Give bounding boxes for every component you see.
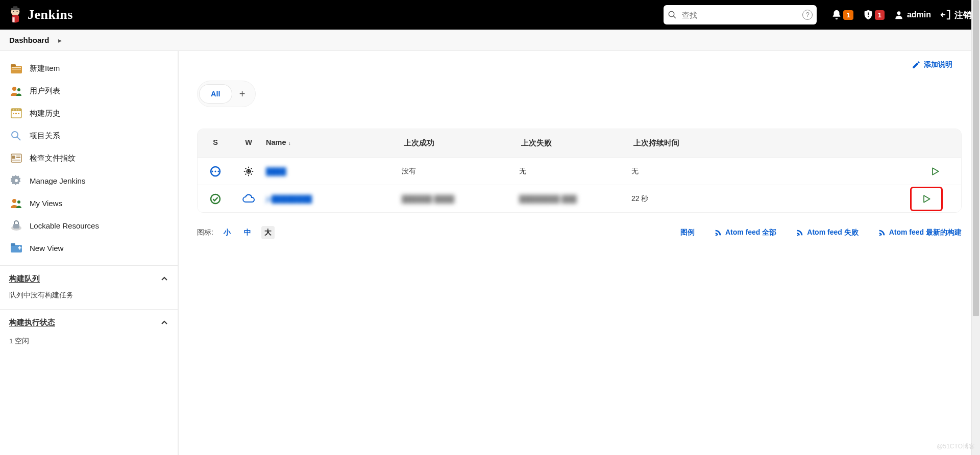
sidebar-item-label: 用户列表 — [30, 86, 60, 96]
cell-last-failure: ████████ ███ — [519, 195, 577, 203]
notifications-button[interactable]: 1 — [831, 9, 853, 20]
svg-point-40 — [211, 170, 213, 172]
svg-rect-29 — [16, 157, 20, 158]
search-relations-icon — [10, 130, 22, 142]
people-icon — [10, 85, 22, 97]
security-alerts-button[interactable]: 1 — [863, 9, 885, 20]
table-footer: 图标: 小 中 大 图例 Atom feed 全部 Atom feed 失败 A… — [197, 226, 962, 239]
job-name-link[interactable]: ████ — [266, 167, 286, 175]
sidebar-item-fingerprint[interactable]: 检查文件指纹 — [4, 147, 174, 169]
sort-down-icon: ↓ — [288, 140, 291, 146]
sidebar-item-my-views[interactable]: My Views — [4, 192, 174, 214]
svg-marker-53 — [933, 168, 939, 174]
breadcrumb-root[interactable]: Dashboard — [9, 36, 49, 44]
sidebar-item-lockable[interactable]: Lockable Resources — [4, 214, 174, 237]
sidebar-item-new-item[interactable]: 新建Item — [4, 57, 174, 80]
col-header-last-failure[interactable]: 上次失败 — [519, 129, 631, 157]
schedule-build-button[interactable] — [919, 191, 934, 207]
col-header-name[interactable]: Name↓ — [264, 129, 402, 157]
chevron-up-icon — [160, 275, 168, 283]
svg-point-42 — [217, 170, 219, 172]
sidebar-item-manage[interactable]: Manage Jenkins — [4, 169, 174, 192]
svg-rect-21 — [13, 113, 14, 114]
tab-add-button[interactable]: + — [232, 83, 253, 105]
svg-point-19 — [16, 110, 17, 111]
feed-all[interactable]: Atom feed 全部 — [714, 228, 776, 237]
cell-last-success: 没有 — [402, 167, 519, 176]
svg-line-6 — [674, 16, 676, 18]
notifications-badge: 1 — [843, 10, 853, 20]
svg-rect-38 — [19, 246, 20, 250]
chevron-up-icon — [160, 319, 168, 327]
search-icon — [668, 10, 677, 19]
size-medium[interactable]: 中 — [241, 226, 254, 239]
topbar: Jenkins ? 1 1 admin 注销 — [0, 0, 980, 30]
gear-icon — [10, 174, 22, 187]
my-views-icon — [10, 197, 22, 209]
build-queue-section: 构建队列 队列中没有构建任务 — [0, 265, 178, 309]
sidebar-item-new-view[interactable]: New View — [4, 237, 174, 259]
brand-text: Jenkins — [28, 7, 73, 22]
cell-last-failure: 无 — [519, 167, 631, 176]
user-icon — [894, 10, 904, 20]
col-header-last-success[interactable]: 上次成功 — [402, 129, 519, 157]
col-header-weather[interactable]: W — [233, 129, 264, 157]
job-name-link[interactable]: jn████████ — [266, 195, 312, 203]
sidebar-item-project-relationship[interactable]: 项目关系 — [4, 124, 174, 147]
user-link[interactable]: admin — [894, 10, 931, 20]
sidebar-item-label: Lockable Resources — [30, 221, 99, 230]
svg-point-41 — [214, 170, 216, 172]
svg-point-20 — [18, 110, 19, 111]
feed-failures[interactable]: Atom feed 失败 — [796, 228, 858, 237]
sidebar-item-people[interactable]: 用户列表 — [4, 80, 174, 102]
fingerprint-icon — [10, 152, 22, 164]
play-icon — [921, 194, 932, 204]
new-item-icon — [10, 62, 22, 74]
build-executor-toggle[interactable]: 构建执行状态 — [0, 313, 178, 333]
sidebar-item-label: My Views — [30, 199, 62, 208]
build-executor-title: 构建执行状态 — [9, 318, 55, 327]
svg-rect-23 — [18, 113, 19, 114]
col-header-duration[interactable]: 上次持续时间 — [631, 129, 728, 157]
feed-latest[interactable]: Atom feed 最新的构建 — [878, 228, 962, 237]
watermark: @51CTO博客 — [937, 442, 975, 451]
svg-line-49 — [245, 168, 246, 169]
svg-rect-7 — [868, 12, 869, 15]
sidebar: 新建Item 用户列表 构建历史 项目关系 检查文件指纹 Manage Jenk… — [0, 51, 179, 455]
sidebar-item-label: 检查文件指纹 — [30, 154, 76, 163]
svg-line-25 — [17, 137, 21, 141]
svg-point-5 — [669, 11, 675, 17]
sidebar-item-label: 项目关系 — [30, 131, 60, 141]
sidebar-item-build-history[interactable]: 构建历史 — [4, 102, 174, 124]
folder-plus-icon — [10, 242, 22, 254]
sidebar-item-label: New View — [30, 244, 63, 252]
logout-button[interactable]: 注销 — [940, 9, 972, 21]
svg-rect-34 — [13, 224, 19, 229]
search-help-icon[interactable]: ? — [802, 10, 813, 20]
add-description-button[interactable]: 添加说明 — [912, 60, 952, 69]
tab-all[interactable]: All — [200, 85, 232, 103]
legend-link[interactable]: 图例 — [680, 228, 695, 237]
table-row: ████ 没有 无 无 — [198, 157, 961, 185]
icon-size-label: 图标: — [197, 228, 213, 237]
jenkins-logo[interactable]: Jenkins — [8, 6, 73, 24]
col-header-status[interactable]: S — [198, 129, 233, 157]
size-small[interactable]: 小 — [220, 226, 234, 239]
svg-rect-13 — [12, 69, 21, 69]
username-label: admin — [907, 10, 931, 19]
svg-rect-12 — [12, 67, 21, 68]
build-queue-toggle[interactable]: 构建队列 — [0, 269, 178, 289]
svg-point-31 — [12, 199, 16, 203]
svg-rect-35 — [11, 245, 22, 252]
svg-rect-2 — [13, 6, 17, 9]
cell-last-success: ██████ ████ — [402, 195, 454, 203]
view-tabs: All + — [197, 81, 256, 107]
chevron-right-icon: ▸ — [58, 36, 62, 44]
search-box[interactable]: ? — [664, 5, 817, 24]
executor-row: 1 空闲 — [9, 335, 168, 348]
security-badge: 1 — [875, 10, 885, 20]
schedule-build-button[interactable] — [927, 164, 943, 179]
size-large[interactable]: 大 — [261, 226, 275, 239]
status-building-icon — [209, 165, 222, 178]
search-input[interactable] — [677, 11, 799, 19]
